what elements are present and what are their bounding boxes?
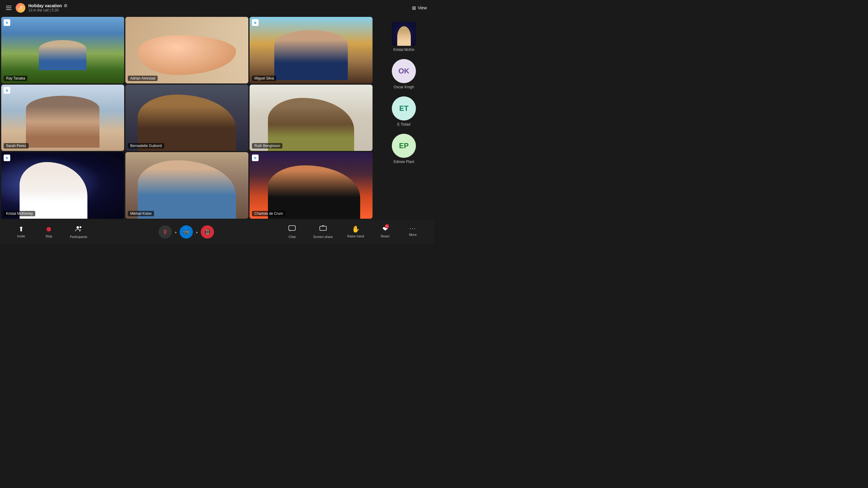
name-ruth: Ruth Bengtsson [252, 143, 282, 149]
bing-icon-ray: b [4, 19, 10, 26]
bing-icon-miguel: b [252, 19, 258, 26]
name-kristal: Kristal McKinney [4, 211, 35, 216]
header-left: 🏖 Holiday vacation ⚙ 13 in the call | 5:… [5, 3, 67, 13]
name-miguel: Miguel Silva [252, 76, 276, 81]
video-tile-ray: b Ray Tanaka [1, 17, 124, 84]
sidebar-initials-etistad: ET [399, 104, 409, 113]
chat-label: Chat [288, 235, 296, 238]
svg-point-0 [76, 226, 79, 229]
meeting-meta: 13 in the call | 5:20 [28, 8, 67, 12]
sidebar-item-etistad: ET E Tistad [376, 93, 432, 130]
bing-icon-sarah: b [4, 87, 10, 94]
camera-icon: 📹 [183, 229, 190, 235]
view-label: View [418, 5, 427, 10]
menu-button[interactable] [5, 4, 13, 11]
participants-label: Participants [70, 235, 87, 238]
video-tile-ruth: Ruth Bengtsson [250, 85, 373, 151]
meeting-title: Holiday vacation ⚙ [28, 3, 67, 8]
chat-icon [288, 225, 296, 234]
settings-icon[interactable]: ⚙ [64, 3, 67, 8]
sidebar-name-eplant: Edmee Plant [394, 160, 414, 164]
name-sarah: Sarah Perez [4, 143, 29, 149]
svg-rect-3 [320, 226, 327, 230]
invite-button[interactable]: ⬆ Invite [12, 224, 30, 240]
participants-button[interactable]: Participants [67, 224, 90, 240]
video-tile-charlote: b Charlote de Crum [250, 152, 373, 219]
raisehand-button[interactable]: ✋ Raise hand [345, 224, 367, 240]
react-label: React [381, 234, 390, 238]
participants-icon [75, 225, 82, 234]
main-content: b Ray Tanaka Adrian Alvestad b Miguel Si… [0, 16, 434, 220]
mic-icon: 🎙 [162, 229, 168, 235]
name-charlote: Charlote de Crum [252, 211, 285, 216]
video-tile-sarah: b Sarah Perez [1, 85, 124, 151]
name-adrian: Adrian Alvestad [128, 76, 158, 81]
view-button[interactable]: ⊞ View [410, 4, 429, 12]
toolbar-right: Chat Screen share ✋ Raise hand ❤ ✏ React [283, 224, 422, 240]
screenshare-icon [319, 225, 327, 234]
sidebar-item-kristalmck: Kristal McKin [376, 18, 432, 56]
header: 🏖 Holiday vacation ⚙ 13 in the call | 5:… [0, 0, 434, 16]
sidebar: Kristal McKin OK Oscar Krogh ET E Tistad… [374, 16, 434, 220]
name-bernadette: Bernadette Guibord [128, 143, 164, 149]
end-call-icon: 📵 [204, 228, 211, 235]
grid-icon: ⊞ [412, 5, 416, 11]
video-tile-kristal: b Kristal McKinney [1, 152, 124, 219]
call-duration: 5:20 [52, 8, 59, 12]
participant-count: 13 in the call [28, 8, 49, 12]
raisehand-icon: ✋ [352, 225, 360, 233]
sidebar-item-eplant: EP Edmee Plant [376, 130, 432, 167]
react-button[interactable]: ❤ ✏ React [376, 224, 394, 240]
header-right: ⊞ View [410, 4, 429, 12]
mic-button[interactable]: 🎙 [158, 225, 172, 238]
toolbar: ⬆ Invite ⏺ Stop Participants 🎙 ▲ 📹 [0, 220, 434, 244]
name-mikhail: Mikhail Kotov [128, 211, 154, 216]
more-icon: ··· [410, 225, 416, 232]
svg-rect-2 [289, 226, 296, 230]
sidebar-avatar-eplant: EP [392, 134, 416, 158]
meeting-title-text: Holiday vacation [28, 3, 62, 8]
end-call-button[interactable]: 📵 [201, 225, 214, 238]
video-tile-miguel: b Miguel Silva [250, 17, 373, 84]
sidebar-item-oscar: OK Oscar Krogh [376, 56, 432, 93]
react-badge: ✏ [385, 224, 389, 228]
toolbar-left: ⬆ Invite ⏺ Stop Participants [12, 224, 90, 240]
invite-label: Invite [17, 234, 25, 238]
invite-icon: ⬆ [19, 225, 24, 233]
video-tile-mikhail: Mikhail Kotov [125, 152, 248, 219]
more-label: More [409, 233, 416, 236]
stop-button[interactable]: ⏺ Stop [40, 224, 58, 240]
stop-icon: ⏺ [45, 225, 52, 233]
screenshare-button[interactable]: Screen share [311, 224, 335, 240]
screenshare-label: Screen share [313, 235, 333, 238]
sidebar-initials-eplant: EP [399, 141, 409, 150]
sidebar-name-etistad: E Tistad [397, 122, 410, 127]
chat-button[interactable]: Chat [283, 224, 301, 240]
sidebar-initials-oscar: OK [398, 67, 409, 75]
raisehand-label: Raise hand [347, 234, 364, 238]
sidebar-avatar-etistad: ET [392, 96, 416, 121]
sidebar-name-oscar: Oscar Krogh [394, 85, 414, 89]
video-grid: b Ray Tanaka Adrian Alvestad b Miguel Si… [0, 16, 374, 220]
meeting-avatar: 🏖 [16, 3, 25, 13]
sidebar-avatar-oscar: OK [392, 59, 416, 83]
more-button[interactable]: ··· More [404, 224, 422, 240]
name-ray: Ray Tanaka [4, 76, 27, 81]
toolbar-center: 🎙 ▲ 📹 ▲ 📵 [158, 225, 214, 238]
video-tile-adrian: Adrian Alvestad [125, 17, 248, 84]
camera-button[interactable]: 📹 [180, 225, 193, 238]
bing-icon-kristal: b [4, 155, 10, 161]
svg-point-1 [80, 226, 82, 228]
cam-chevron-icon[interactable]: ▲ [195, 230, 198, 234]
video-tile-bernadette: Bernadette Guibord [125, 85, 248, 151]
react-icon: ❤ ✏ [382, 225, 388, 233]
mic-chevron-icon[interactable]: ▲ [174, 230, 177, 234]
bing-icon-charlote: b [252, 155, 258, 161]
stop-label: Stop [45, 234, 53, 238]
meeting-info: Holiday vacation ⚙ 13 in the call | 5:20 [28, 3, 67, 12]
sidebar-name-kristalmck: Kristal McKin [393, 47, 414, 52]
